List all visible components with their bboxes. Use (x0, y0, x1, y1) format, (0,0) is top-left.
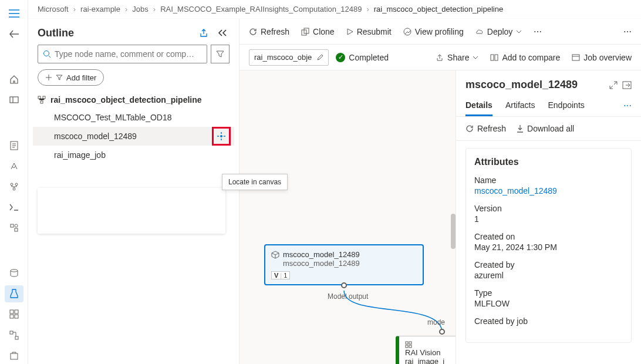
svg-point-2 (11, 183, 13, 186)
breadcrumb: Microsoft› rai-example› Jobs› RAI_MSCOCO… (28, 0, 641, 19)
share-button[interactable]: Share (436, 53, 478, 62)
pipeline-canvas[interactable]: mscoco_model_12489 mscoco_model_12489 V|… (239, 70, 456, 364)
data-icon[interactable] (5, 265, 23, 282)
details-tabs: Details Artifacts Endpoints ⋯ (456, 95, 641, 117)
canvas-node-rai[interactable]: RAI Vision rai_image_j V|0.0.16 (396, 336, 456, 364)
filter-icon[interactable] (211, 45, 230, 63)
tree-item-label: mscoco_model_12489 (54, 132, 137, 141)
outline-panel: Outline Add filter (28, 19, 239, 364)
tree-item-label: MSCOCO_Test_MLTable_OD18 (54, 113, 171, 122)
grid-icon (405, 341, 412, 348)
pipeline-icon[interactable] (5, 178, 23, 195)
crumb-3[interactable]: RAI_MSCOCO_Example_RAIInsights_Computati… (160, 5, 362, 14)
tree-root[interactable]: rai_mscoco_object_detection_pipeline (33, 92, 234, 108)
tree-item[interactable]: mscoco_model_12489 (33, 127, 234, 146)
svg-point-3 (15, 183, 18, 186)
svg-rect-0 (10, 97, 18, 103)
grid-icon[interactable] (5, 306, 23, 323)
refresh-button[interactable]: Refresh (249, 27, 289, 36)
tooltip: Locate in canvas (222, 174, 288, 190)
flow-icon[interactable] (5, 326, 23, 343)
download-all-button[interactable]: Download all (517, 124, 574, 133)
add-filter-button[interactable]: Add filter (38, 69, 104, 86)
svg-rect-25 (495, 55, 498, 60)
details-refresh-button[interactable]: Refresh (465, 124, 506, 133)
clone-button[interactable]: Clone (301, 27, 335, 36)
attr-label: Name (474, 176, 623, 185)
svg-rect-18 (43, 96, 45, 99)
crumb-current: rai_mscoco_object_detection_pipeline (374, 5, 503, 14)
back-icon[interactable] (5, 25, 23, 42)
job-toolbar: Refresh Clone Resubmit View profiling De… (239, 19, 641, 45)
crumb-2[interactable]: Jobs (132, 5, 148, 14)
deploy-button[interactable]: Deploy (475, 27, 522, 36)
tree-root-label: rai_mscoco_object_detection_pipeline (50, 95, 202, 105)
tree-item-label: rai_image_job (54, 150, 106, 160)
tabs-more-icon[interactable]: ⋯ (623, 95, 632, 116)
terminal-icon[interactable] (5, 198, 23, 215)
attr-label: Created by (474, 260, 623, 269)
attr-label: Version (474, 204, 623, 213)
jobs-icon[interactable] (5, 285, 23, 302)
cube-icon (271, 251, 279, 259)
search-input[interactable] (38, 45, 207, 63)
svg-rect-12 (15, 315, 18, 318)
svg-rect-5 (11, 224, 14, 227)
attr-value: May 21, 2024 1:30 PM (474, 242, 623, 252)
edge-label: mode (427, 318, 445, 326)
svg-point-4 (13, 188, 15, 190)
add-to-compare-button[interactable]: Add to compare (490, 53, 560, 62)
models-icon[interactable] (5, 347, 23, 364)
expand-icon[interactable] (609, 81, 618, 89)
attr-value: azureml (474, 271, 623, 280)
components-icon[interactable] (5, 219, 23, 236)
hamburger-icon[interactable] (5, 5, 23, 22)
attr-name-link[interactable]: mscoco_model_12489 (474, 186, 623, 196)
canvas-node-model[interactable]: mscoco_model_12489 mscoco_model_12489 V|… (264, 244, 424, 285)
input-port[interactable] (439, 329, 445, 335)
notes-icon[interactable] (5, 137, 23, 154)
svg-rect-11 (10, 315, 14, 318)
svg-point-20 (220, 135, 222, 137)
edge (342, 289, 448, 336)
plus-icon (45, 74, 52, 81)
svg-rect-28 (409, 342, 411, 344)
attr-label: Type (474, 288, 623, 298)
locate-in-canvas-icon[interactable] (213, 128, 230, 144)
tree-item[interactable]: rai_image_job (33, 146, 234, 164)
tab-artifacts[interactable]: Artifacts (505, 95, 535, 116)
add-filter-label: Add filter (66, 73, 96, 82)
automl-icon[interactable] (5, 157, 23, 174)
popout-icon[interactable] (622, 81, 632, 89)
search-icon (43, 50, 51, 58)
svg-rect-26 (572, 55, 579, 60)
job-overview-button[interactable]: Job overview (572, 53, 632, 62)
outline-title: Outline (38, 27, 192, 39)
edit-icon[interactable] (316, 54, 323, 61)
attributes-heading: Attributes (474, 157, 623, 167)
svg-rect-24 (491, 55, 494, 60)
toolbar-more-icon[interactable]: ⋯ (534, 27, 542, 36)
attr-value: MLFLOW (474, 299, 623, 308)
output-port[interactable] (341, 282, 347, 288)
panel-more-icon[interactable]: ⋯ (623, 27, 632, 36)
view-profiling-button[interactable]: View profiling (403, 27, 464, 36)
tree-item[interactable]: MSCOCO_Test_MLTable_OD18 (33, 108, 234, 127)
svg-point-16 (44, 51, 49, 56)
job-name-field[interactable]: rai_mscoco_obje (249, 49, 329, 66)
crumb-0[interactable]: Microsoft (38, 5, 69, 14)
home-icon[interactable] (5, 71, 23, 88)
chevron-down-icon (473, 56, 478, 59)
details-title: mscoco_model_12489 (465, 79, 605, 91)
pipeline-root-icon (38, 96, 46, 104)
resubmit-button[interactable]: Resubmit (346, 27, 392, 36)
share-icon[interactable] (197, 26, 211, 40)
canvas-scrollbar[interactable] (451, 214, 456, 249)
collapse-icon[interactable] (215, 26, 230, 40)
tab-endpoints[interactable]: Endpoints (548, 95, 585, 116)
attr-label: Created by job (474, 316, 623, 326)
tab-details[interactable]: Details (465, 95, 492, 116)
workspace-icon[interactable] (5, 92, 23, 109)
funnel-icon (56, 75, 63, 80)
crumb-1[interactable]: rai-example (80, 5, 120, 14)
